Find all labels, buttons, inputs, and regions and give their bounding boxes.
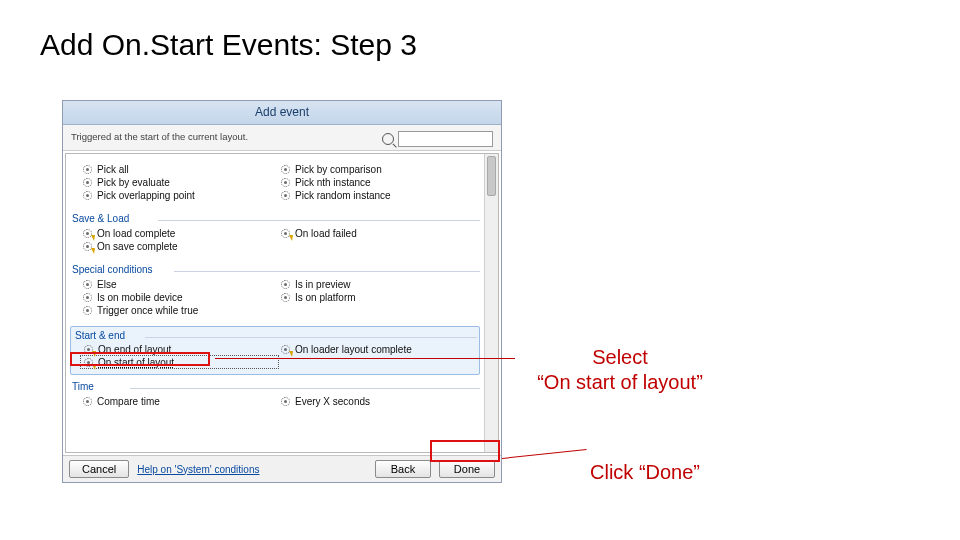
gear-icon [280, 164, 291, 175]
callout-text: Select [520, 345, 720, 370]
condition-item[interactable]: Pick all [80, 163, 278, 175]
gear-icon [280, 279, 291, 290]
condition-item[interactable]: Compare time [80, 395, 278, 407]
done-button[interactable]: Done [439, 460, 495, 478]
dialog-top-bar: Triggered at the start of the current la… [63, 125, 501, 151]
condition-item[interactable]: On end of layout [81, 343, 278, 355]
gear-icon [82, 164, 93, 175]
condition-item[interactable]: Pick by comparison [278, 163, 476, 175]
item-label: Pick random instance [295, 190, 391, 201]
item-label: Is on mobile device [97, 292, 183, 303]
dialog-footer: Cancel Help on 'System' conditions Back … [63, 455, 501, 482]
condition-item[interactable]: Is in preview [278, 278, 476, 290]
gear-icon [83, 357, 94, 368]
gear-icon [82, 305, 93, 316]
page-title: Add On.Start Events: Step 3 [40, 28, 417, 62]
condition-item[interactable]: Pick overlapping point [80, 189, 278, 201]
group-header: Save & Load [70, 211, 480, 224]
item-label: Pick nth instance [295, 177, 371, 188]
item-label: On save complete [97, 241, 178, 252]
item-label: Every X seconds [295, 396, 370, 407]
item-label: Pick by comparison [295, 164, 382, 175]
condition-item[interactable]: Every X seconds [278, 395, 476, 407]
search-icon [382, 133, 394, 145]
condition-item[interactable]: On loader layout complete [278, 343, 475, 355]
item-label: On loader layout complete [295, 344, 412, 355]
item-label: Pick by evaluate [97, 177, 170, 188]
item-label: On end of layout [98, 344, 171, 355]
gear-icon [82, 228, 93, 239]
search-input[interactable] [398, 131, 493, 147]
item-label: Pick overlapping point [97, 190, 195, 201]
item-label: Else [97, 279, 116, 290]
item-label: Is on platform [295, 292, 356, 303]
group-save-load: Save & Load On load complete On load fai… [70, 211, 480, 258]
group-header: Start & end [73, 328, 477, 341]
scrollbar[interactable] [484, 154, 498, 452]
condition-item[interactable]: Pick by evaluate [80, 176, 278, 188]
group-time: Time Compare time Every X seconds [70, 379, 480, 413]
callout-text: “On start of layout” [520, 370, 720, 395]
dialog-title: Add event [63, 101, 501, 125]
condition-item[interactable]: Else [80, 278, 278, 290]
gear-icon [82, 190, 93, 201]
gear-icon [82, 279, 93, 290]
group-start-end: Start & end On end of layout On loader l… [70, 326, 480, 375]
add-event-dialog: Add event Triggered at the start of the … [62, 100, 502, 483]
item-label: On load failed [295, 228, 357, 239]
item-label: On load complete [97, 228, 175, 239]
condition-item[interactable]: Trigger once while true [80, 304, 278, 316]
callout-select: Select “On start of layout” [520, 345, 720, 395]
condition-item[interactable]: Pick nth instance [278, 176, 476, 188]
item-label: Is in preview [295, 279, 351, 290]
gear-icon [280, 344, 291, 355]
gear-icon [82, 241, 93, 252]
callout-text: Click “Done” [590, 461, 700, 483]
gear-icon [280, 396, 291, 407]
back-button[interactable]: Back [375, 460, 431, 478]
condition-item[interactable]: Pick random instance [278, 189, 476, 201]
condition-item[interactable]: On load failed [278, 227, 476, 239]
group-special: Special conditions Else Is in preview Is… [70, 262, 480, 322]
gear-icon [82, 396, 93, 407]
gear-icon [280, 228, 291, 239]
item-label: Compare time [97, 396, 160, 407]
group-header: Time [70, 379, 480, 392]
item-label: Pick all [97, 164, 129, 175]
gear-icon [280, 292, 291, 303]
scrollbar-thumb[interactable] [487, 156, 496, 196]
help-link[interactable]: Help on 'System' conditions [137, 464, 259, 475]
group-header: Special conditions [70, 262, 480, 275]
gear-icon [280, 190, 291, 201]
condition-item[interactable]: Is on platform [278, 291, 476, 303]
condition-item[interactable]: On save complete [80, 240, 278, 252]
item-label: Trigger once while true [97, 305, 198, 316]
cancel-button[interactable]: Cancel [69, 460, 129, 478]
dialog-body: Pick all Pick by comparison Pick by eval… [65, 153, 499, 453]
gear-icon [280, 177, 291, 188]
item-label: On start of layout [98, 357, 174, 368]
gear-icon [82, 177, 93, 188]
gear-icon [83, 344, 94, 355]
condition-item[interactable]: Is on mobile device [80, 291, 278, 303]
condition-item[interactable]: On load complete [80, 227, 278, 239]
gear-icon [82, 292, 93, 303]
group-pick-instances: Pick all Pick by comparison Pick by eval… [70, 160, 480, 207]
callout-done: Click “Done” [590, 460, 700, 485]
